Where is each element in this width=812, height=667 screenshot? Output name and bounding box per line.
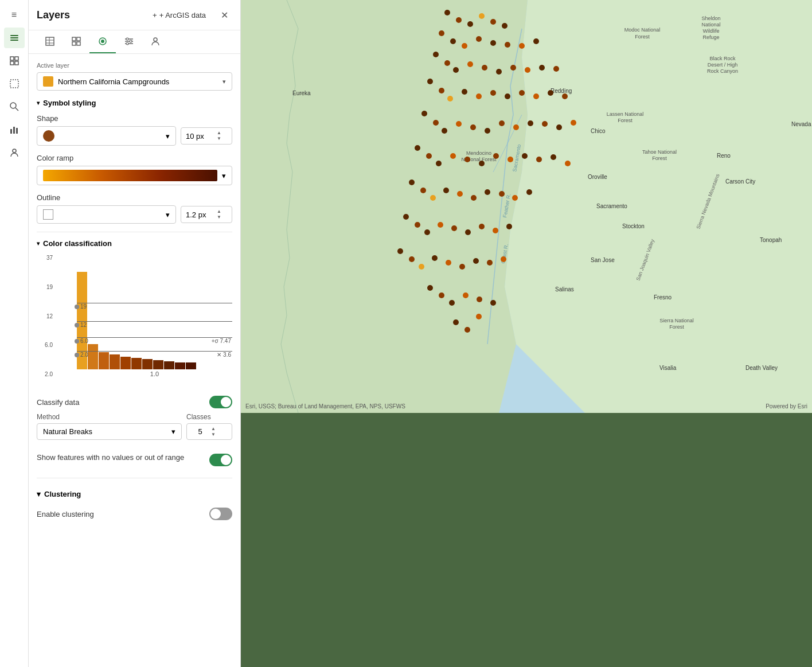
tab-account[interactable] [142,30,169,53]
outline-color-dropdown[interactable]: ▾ [37,205,176,224]
menu-icon[interactable]: ≡ [4,5,25,25]
svg-point-127 [551,154,556,160]
classes-input[interactable] [192,427,209,436]
svg-point-114 [542,121,548,127]
svg-point-143 [451,225,457,231]
svg-point-150 [419,264,424,270]
method-classes-row: Method Natural Breaks ▾ Classes ▲ ▼ [37,413,232,440]
svg-point-95 [439,88,444,93]
tab-settings[interactable] [116,30,142,53]
threshold-handle-2[interactable] [75,323,79,327]
classes-spinner[interactable]: ▲ ▼ [211,426,216,437]
search-icon[interactable] [4,96,25,117]
svg-point-92 [539,65,545,71]
svg-rect-21 [77,42,80,45]
clustering-header[interactable]: ▾ Clustering [37,485,232,503]
hist-y-label-3: 12 [37,313,53,319]
svg-point-76 [439,30,444,36]
size-spinner[interactable]: ▲ ▼ [217,130,221,141]
symbol-styling-header[interactable]: ▾ Symbol styling [37,99,232,107]
bar-4 [120,357,131,369]
svg-point-116 [571,120,576,126]
chart-icon[interactable] [4,119,25,140]
chevron-down-icon: ▾ [222,171,226,180]
method-value: Natural Breaks [43,427,92,436]
svg-point-27 [126,38,128,40]
layer-name: Northern California Campgrounds [58,77,218,86]
collapse-arrow-icon: ▾ [37,490,41,498]
tab-group[interactable] [63,30,89,53]
outline-size-spinner[interactable]: ▲ ▼ [217,209,221,220]
svg-line-9 [15,108,18,111]
close-panel-button[interactable]: ✕ [216,7,232,23]
enable-clustering-toggle[interactable] [209,508,232,520]
shape-field-label: Shape [37,114,232,123]
svg-text:Chico: Chico [591,128,606,134]
svg-rect-0 [10,35,18,36]
user-icon[interactable] [4,142,25,163]
svg-text:Visalia: Visalia [659,365,677,371]
circle-shape-icon [43,130,54,142]
svg-point-89 [496,69,502,75]
show-features-toggle[interactable] [209,454,232,466]
svg-rect-4 [15,57,18,60]
svg-point-13 [13,149,16,153]
svg-text:Forest: Forest [635,34,650,40]
threshold-handle-4[interactable] [75,353,79,357]
outline-size-input[interactable]: ▲ ▼ [181,206,232,223]
svg-rect-3 [10,57,14,60]
size-field[interactable] [186,132,214,141]
outline-down-icon[interactable]: ▼ [217,214,221,220]
outline-up-icon[interactable]: ▲ [217,209,221,214]
select-icon[interactable] [4,73,25,94]
svg-point-86 [453,67,459,73]
svg-point-155 [487,260,493,266]
color-ramp-label: Color ramp [37,154,232,162]
svg-point-83 [533,38,539,44]
add-arcgis-button[interactable]: + + ArcGIS data [148,9,210,22]
svg-point-73 [479,13,485,19]
widgets-icon[interactable] [4,50,25,71]
layers-icon[interactable] [4,28,25,48]
map-attribution-left: Esri, USGS; Bureau of Land Management, E… [245,403,405,409]
svg-point-91 [525,67,530,73]
threshold-value-2: 12 [80,322,87,328]
svg-point-131 [430,195,436,201]
size-down-icon[interactable]: ▼ [217,136,221,142]
svg-point-72 [467,21,473,27]
classify-data-toggle[interactable] [209,396,232,408]
tab-style[interactable] [89,30,116,53]
map-svg: Sheldon National Wildlife Refuge Modoc N… [241,0,812,413]
svg-point-140 [415,222,420,228]
shape-dropdown[interactable]: ▾ [37,126,176,146]
color-ramp-dropdown[interactable]: ▾ [37,166,232,185]
shape-controls: ▾ ▲ ▼ [37,126,232,146]
color-ramp-preview [43,170,217,181]
svg-point-99 [490,90,496,96]
map-background[interactable]: Sheldon National Wildlife Refuge Modoc N… [241,0,812,413]
enable-clustering-row: Enable clustering [37,503,232,525]
classes-up-icon[interactable]: ▲ [211,426,216,432]
color-classification-header[interactable]: ▾ Color classification [37,239,232,248]
method-dropdown[interactable]: Natural Breaks ▾ [37,423,182,440]
panel-tabs [29,30,240,54]
svg-text:San Jose: San Jose [591,257,615,263]
svg-rect-14 [46,37,54,45]
size-up-icon[interactable]: ▲ [217,130,221,136]
outline-label: Outline [37,193,232,202]
svg-point-111 [499,120,505,126]
threshold-handle-1[interactable] [75,305,79,309]
svg-point-87 [467,61,473,67]
size-input[interactable]: ▲ ▼ [181,127,232,144]
classes-down-icon[interactable]: ▼ [211,432,216,438]
svg-text:National: National [701,22,720,28]
svg-text:Salinas: Salinas [555,286,574,292]
threshold-handle-3[interactable] [75,339,79,344]
active-layer-dropdown[interactable]: Northern California Campgrounds ▾ [37,72,232,91]
below-map-area [241,413,812,667]
outline-size-field[interactable] [186,210,214,219]
tab-table[interactable] [37,30,63,53]
svg-text:Mendocino: Mendocino [466,150,491,156]
svg-point-162 [490,300,496,306]
svg-rect-12 [16,128,18,134]
